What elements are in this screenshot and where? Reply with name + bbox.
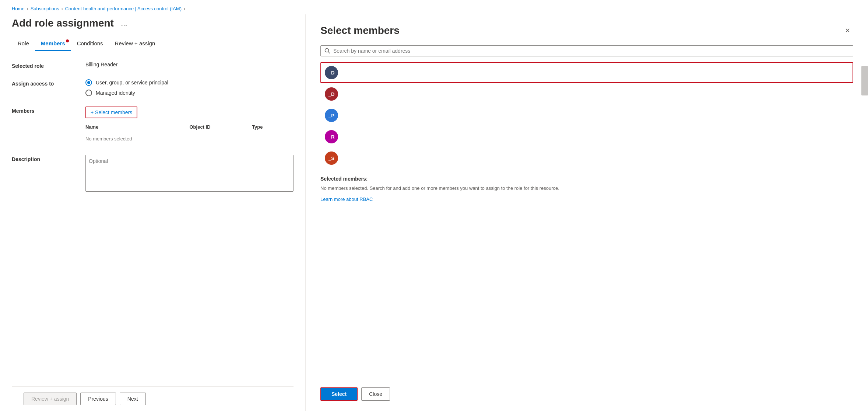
main-container: Add role assignment ... Role Members Con… <box>0 14 868 411</box>
user-item-3[interactable]: _P <box>320 105 853 126</box>
no-members-text: No members selected. Search for and add … <box>320 185 853 192</box>
user-item-2[interactable]: _D <box>320 84 853 104</box>
close-icon: ✕ <box>845 27 850 35</box>
panel-bottom-buttons: Select Close <box>320 382 853 401</box>
radio-managed-identity[interactable]: Managed identity <box>85 90 294 96</box>
description-label: Description <box>12 155 85 162</box>
page-title: Add role assignment <box>12 17 114 29</box>
radio-group: User, group, or service principal Manage… <box>85 79 294 96</box>
panel-header: Select members ✕ <box>320 25 853 36</box>
radio-circle-2 <box>85 90 92 96</box>
assign-access-value: User, group, or service principal Manage… <box>85 79 294 96</box>
scrollbar[interactable] <box>861 66 868 95</box>
description-textarea[interactable] <box>85 155 294 192</box>
panel-title: Select members <box>320 25 400 36</box>
col-type-header: Type <box>252 121 294 133</box>
breadcrumb-sep-1: › <box>27 6 28 11</box>
panel-divider <box>320 217 853 217</box>
members-row: Members + Select members Name Object ID … <box>12 107 294 144</box>
page-title-row: Add role assignment ... <box>12 14 294 36</box>
bottom-bar: Review + assign Previous Next <box>12 386 294 411</box>
assign-access-row: Assign access to User, group, or service… <box>12 79 294 96</box>
close-button[interactable]: Close <box>361 387 390 401</box>
selected-role-value: Billing Reader <box>85 62 294 67</box>
left-panel: Add role assignment ... Role Members Con… <box>0 14 306 411</box>
next-button[interactable]: Next <box>120 393 146 405</box>
user-item-1[interactable]: _D <box>320 62 853 83</box>
breadcrumb-home[interactable]: Home <box>12 6 25 11</box>
avatar-2: _D <box>325 87 338 101</box>
tab-role[interactable]: Role <box>12 36 35 51</box>
radio-circle-1 <box>85 79 92 86</box>
tab-members[interactable]: Members <box>35 36 71 51</box>
selected-role-label: Selected role <box>12 62 85 69</box>
members-tab-dot <box>66 39 69 42</box>
breadcrumb: Home › Subscriptions › Content health an… <box>0 0 868 14</box>
tab-conditions[interactable]: Conditions <box>71 36 109 51</box>
description-row: Description <box>12 155 294 193</box>
selected-members-label: Selected members: <box>320 176 853 182</box>
col-name-header: Name <box>85 121 190 133</box>
select-button[interactable]: Select <box>320 387 358 401</box>
selected-role-row: Selected role Billing Reader <box>12 62 294 69</box>
right-panel: Select members ✕ _D _D _P <box>306 14 868 411</box>
breadcrumb-iam[interactable]: Content health and performance | Access … <box>65 6 182 11</box>
members-value: + Select members Name Object ID Type No … <box>85 107 294 144</box>
members-table: Name Object ID Type No members selected <box>85 121 294 144</box>
user-list: _D _D _P _R _S <box>320 62 853 168</box>
search-icon <box>324 48 330 54</box>
user-item-4[interactable]: _R <box>320 126 853 147</box>
avatar-4: _R <box>325 130 338 143</box>
review-assign-button: Review + assign <box>24 393 77 405</box>
breadcrumb-subscriptions[interactable]: Subscriptions <box>31 6 59 11</box>
svg-line-1 <box>328 52 330 53</box>
breadcrumb-sep-3: › <box>184 6 185 11</box>
form-section: Selected role Billing Reader Assign acce… <box>12 62 294 386</box>
search-box[interactable] <box>320 45 853 56</box>
search-input[interactable] <box>333 48 849 54</box>
breadcrumb-sep-2: › <box>62 6 63 11</box>
select-members-button[interactable]: + Select members <box>85 107 137 118</box>
col-objectid-header: Object ID <box>190 121 252 133</box>
tab-review[interactable]: Review + assign <box>109 36 161 51</box>
previous-button[interactable]: Previous <box>80 393 116 405</box>
ellipsis-button[interactable]: ... <box>118 17 130 29</box>
table-row-empty: No members selected <box>85 133 294 145</box>
rbac-link[interactable]: Learn more about RBAC <box>320 196 853 202</box>
tabs-row: Role Members Conditions Review + assign <box>12 36 294 51</box>
avatar-3: _P <box>325 109 338 122</box>
assign-access-label: Assign access to <box>12 79 85 87</box>
members-label: Members <box>12 107 85 114</box>
description-value <box>85 155 294 193</box>
avatar-1: _D <box>325 66 338 79</box>
close-panel-button[interactable]: ✕ <box>841 25 853 36</box>
avatar-5: _S <box>325 151 338 165</box>
user-item-5[interactable]: _S <box>320 148 853 168</box>
no-members-cell: No members selected <box>85 133 294 145</box>
radio-user-group[interactable]: User, group, or service principal <box>85 79 294 86</box>
